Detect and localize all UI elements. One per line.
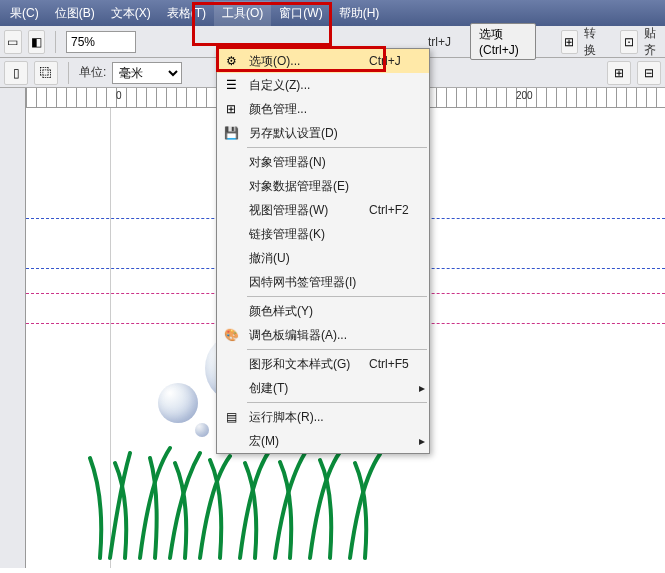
ruler-corner [0,88,26,108]
menu-item-label: 撤消(U) [245,250,369,267]
menu-item-save-defaults[interactable]: 💾 另存默认设置(D) [217,121,429,145]
menu-item-customize[interactable]: ☰ 自定义(Z)... [217,73,429,97]
menu-item-bookmark-mgr[interactable]: 因特网书签管理器(I) [217,270,429,294]
menu-item-label: 对象管理器(N) [245,154,369,171]
ruler-vertical [0,108,26,568]
prop-btn-3[interactable]: ⊞ [607,61,631,85]
menu-item-create[interactable]: 创建(T)▸ [217,376,429,400]
artwork-bubble-medium[interactable] [158,383,198,423]
menu-item-run-script[interactable]: ▤运行脚本(R)... [217,405,429,429]
menu-table[interactable]: 表格(T) [159,1,214,26]
menu-separator [247,402,427,403]
menu-item-shortcut: Ctrl+F5 [369,357,429,371]
options-icon: ⚙ [217,49,245,73]
artwork-grass[interactable] [80,438,400,568]
menu-item-color-styles[interactable]: 颜色样式(Y) [217,299,429,323]
menu-bitmap[interactable]: 位图(B) [47,1,103,26]
menu-item-options[interactable]: ⚙ 选项(O)... Ctrl+J [217,49,429,73]
menu-text[interactable]: 文本(X) [103,1,159,26]
tools-menu-dropdown: ⚙ 选项(O)... Ctrl+J ☰ 自定义(Z)... ⊞ 颜色管理... … [216,48,430,454]
menu-item-macro[interactable]: 宏(M)▸ [217,429,429,453]
script-icon: ▤ [217,405,245,429]
ruler-tick-0: 0 [116,90,122,101]
menu-separator [247,296,427,297]
unit-label: 单位: [79,64,106,81]
menu-window[interactable]: 窗口(W) [271,1,330,26]
menu-effects[interactable]: 果(C) [2,1,47,26]
artwork-bubble-small[interactable] [195,423,209,437]
snap-icon[interactable]: ⊡ [620,30,638,54]
menu-separator [247,147,427,148]
menu-item-label: 选项(O)... [245,53,369,70]
menu-item-label: 另存默认设置(D) [245,125,369,142]
menu-item-label: 因特网书签管理器(I) [245,274,369,291]
menu-item-label: 对象数据管理器(E) [245,178,369,195]
save-icon: 💾 [217,121,245,145]
menu-item-view-mgr[interactable]: 视图管理器(W)Ctrl+F2 [217,198,429,222]
menu-item-shortcut: Ctrl+J [369,54,429,68]
options-button[interactable]: 选项 (Ctrl+J) [470,23,536,60]
prop-btn-4[interactable]: ⊟ [637,61,661,85]
menu-item-label: 自定义(Z)... [245,77,369,94]
submenu-arrow-icon: ▸ [415,381,429,395]
menu-item-color-mgmt[interactable]: ⊞ 颜色管理... [217,97,429,121]
menu-item-label: 宏(M) [245,433,415,450]
color-mgmt-icon: ⊞ [217,97,245,121]
menu-item-label: 链接管理器(K) [245,226,369,243]
snap-label: 贴齐 [644,25,661,59]
menu-help[interactable]: 帮助(H) [331,1,388,26]
zoom-input[interactable] [66,31,136,53]
ruler-tick-200: 200 [516,90,533,101]
menu-item-label: 运行脚本(R)... [245,409,369,426]
unit-select[interactable]: 毫米 [112,62,182,84]
menu-item-link-mgr[interactable]: 链接管理器(K) [217,222,429,246]
prop-btn-2[interactable]: ⿻ [34,61,58,85]
menu-item-object-data-mgr[interactable]: 对象数据管理器(E) [217,174,429,198]
menu-item-shortcut: Ctrl+F2 [369,203,429,217]
transform-icon[interactable]: ⊞ [561,30,579,54]
menu-item-label: 视图管理器(W) [245,202,369,219]
menu-item-graphic-text-styles[interactable]: 图形和文本样式(G)Ctrl+F5 [217,352,429,376]
menu-tools[interactable]: 工具(O) [214,1,271,26]
menu-item-palette-editor[interactable]: 🎨调色板编辑器(A)... [217,323,429,347]
tool-btn-1[interactable]: ▭ [4,30,22,54]
menu-item-label: 调色板编辑器(A)... [245,327,369,344]
menubar: 果(C) 位图(B) 文本(X) 表格(T) 工具(O) 窗口(W) 帮助(H) [0,0,665,26]
palette-icon: 🎨 [217,323,245,347]
menu-separator [247,349,427,350]
menu-item-label: 颜色管理... [245,101,369,118]
submenu-arrow-icon: ▸ [415,434,429,448]
tool-btn-2[interactable]: ◧ [28,30,46,54]
shortcut-hint: trl+J [428,35,451,49]
customize-icon: ☰ [217,73,245,97]
menu-item-undo[interactable]: 撤消(U) [217,246,429,270]
menu-item-label: 图形和文本样式(G) [245,356,369,373]
prop-btn-1[interactable]: ▯ [4,61,28,85]
transform-label: 转换 [584,25,601,59]
menu-item-label: 颜色样式(Y) [245,303,369,320]
menu-item-object-mgr[interactable]: 对象管理器(N) [217,150,429,174]
menu-item-label: 创建(T) [245,380,415,397]
